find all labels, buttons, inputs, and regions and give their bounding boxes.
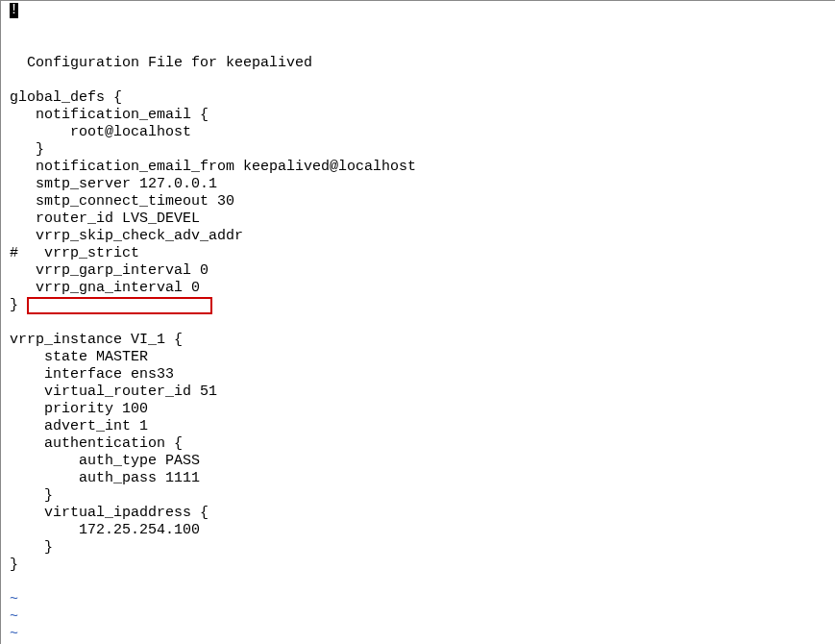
editor-line: vrrp_instance VI_1 { [1, 332, 835, 349]
editor-content: Configuration File for keepalived global… [1, 55, 835, 644]
editor-line: Configuration File for keepalived [1, 55, 835, 72]
editor-line: global_defs { [1, 89, 835, 107]
editor-line: authentication { [1, 435, 835, 453]
empty-line-tilde: ~ [1, 626, 835, 643]
editor-line: # vrrp_strict [1, 245, 835, 262]
editor-line: virtual_router_id 51 [1, 384, 835, 401]
editor-line: } [1, 141, 835, 159]
editor-line: vrrp_gna_interval 0 [1, 280, 835, 297]
empty-line-tilde: ~ [1, 591, 835, 608]
editor-line [1, 574, 835, 591]
editor-line [1, 314, 835, 332]
editor-line: } [1, 297, 835, 314]
editor-line: vrrp_garp_interval 0 [1, 262, 835, 280]
editor-line: 172.25.254.100 [1, 522, 835, 539]
editor-line: root@localhost [1, 124, 835, 141]
editor-line: advert_int 1 [1, 418, 835, 435]
editor-line: smtp_connect_timeout 30 [1, 193, 835, 211]
text-editor[interactable]: ! Configuration File for keepalived glob… [1, 1, 835, 644]
editor-line: interface ens33 [1, 366, 835, 384]
cursor: ! [10, 3, 18, 18]
editor-line: vrrp_skip_check_adv_addr [1, 228, 835, 245]
editor-line: priority 100 [1, 401, 835, 418]
editor-line [1, 72, 835, 89]
editor-line: } [1, 557, 835, 574]
editor-line: router_id LVS_DEVEL [1, 211, 835, 228]
editor-line: notification_email_from keepalived@local… [1, 159, 835, 176]
editor-line: auth_pass 1111 [1, 470, 835, 487]
editor-line: smtp_server 127.0.0.1 [1, 176, 835, 193]
editor-line: state MASTER [1, 349, 835, 366]
editor-line: notification_email { [1, 107, 835, 124]
editor-line: auth_type PASS [1, 453, 835, 470]
editor-line: virtual_ipaddress { [1, 505, 835, 522]
editor-line: } [1, 539, 835, 557]
empty-line-tilde: ~ [1, 608, 835, 626]
editor-line: } [1, 487, 835, 505]
